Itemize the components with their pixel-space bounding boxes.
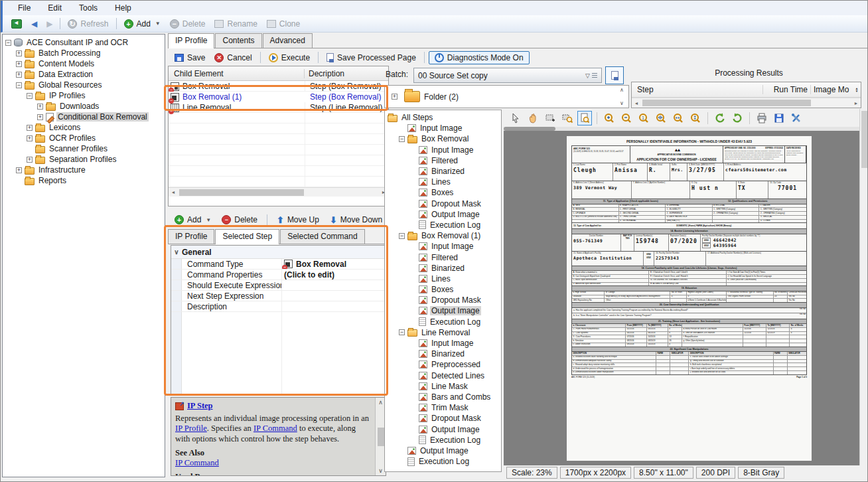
tree-item-output-image[interactable]: Output Image [385,424,501,434]
scroll-up-icon[interactable]: ∧ [620,87,624,93]
tree-item-execution-log[interactable]: Execution Log [385,456,501,467]
zoom-fit-height-icon[interactable]: ↕ [688,111,703,125]
ip-profile-link[interactable]: IP Profile [175,424,207,433]
execute-button[interactable]: Execute [265,52,314,64]
pointer-icon[interactable] [508,111,523,125]
scrollbar-thumb[interactable] [642,100,811,106]
tree-item-binarized[interactable]: Binarized [385,349,501,359]
add-step-button[interactable]: +Add▼ [171,214,215,226]
tree-item-bars-and-combs[interactable]: Bars and Combs [385,392,501,402]
expand-icon[interactable]: + [27,135,33,141]
tree-item-box-removal[interactable]: −Box Removal [385,133,501,144]
tree-item-separation-profiles[interactable]: +Separation Profiles [3,154,165,165]
tree-item-execution-log[interactable]: Execution Log [385,435,501,445]
print-icon[interactable] [755,111,769,125]
column-header-image-mode[interactable]: Image Mo [810,85,853,94]
zoom-fit-width-icon[interactable]: ↔ [671,111,686,125]
collapse-icon[interactable]: − [5,40,11,46]
collapse-icon[interactable]: − [399,233,405,239]
tab-selected-step[interactable]: Selected Step [215,229,279,244]
tree-item-input-image[interactable]: Input Image [385,123,501,133]
tree-item-downloads[interactable]: +Downloads [3,101,165,112]
expand-icon[interactable]: + [16,72,22,78]
select-region-icon[interactable] [543,111,557,125]
batch-combobox[interactable]: 00 Source Set copy ▽ [413,68,602,83]
scroll-right-icon[interactable]: ► [851,101,861,106]
tree-item-lines[interactable]: Lines [385,274,501,284]
navigate-button[interactable] [7,18,27,30]
tree-item-preprocessed[interactable]: Preprocessed [385,359,501,370]
expand-icon[interactable]: + [16,167,22,173]
rotate-left-icon[interactable] [713,111,727,125]
property-row-command-type[interactable]: Command Type Box Removal [171,259,386,270]
tree-item-output-image[interactable]: Output Image [385,305,501,316]
tree-item-scanner-profiles[interactable]: Scanner Profiles [3,143,165,154]
property-row-next-step[interactable]: Next Step Expression [171,291,386,301]
tree-item-dropout-mask[interactable]: Dropout Mask [385,413,501,424]
tree-item-conditional-box-removal[interactable]: +Conditional Box Removal [3,112,165,122]
property-category-general[interactable]: ∨ General [171,246,386,259]
zoom-in-icon[interactable] [602,111,616,125]
image-viewer-canvas[interactable]: PERSONALLY IDENTIFIABLE INFORMATION - WI… [504,131,859,465]
collapse-icon[interactable]: − [399,329,405,335]
tree-item-dropout-mask[interactable]: Dropout Mask [385,295,501,305]
folder-tree-item[interactable]: + Folder (2) [385,86,628,108]
tree-item-data-extraction[interactable]: +Data Extraction [3,69,165,80]
menu-edit[interactable]: Edit [39,1,70,15]
zoom-actual-icon[interactable]: 1 [636,111,651,125]
tree-item-filtered[interactable]: Filtered [385,252,501,262]
scroll-left-icon[interactable]: ◄ [632,101,641,106]
show-page-button[interactable] [605,66,624,84]
move-down-button[interactable]: ⬇Move Down [326,214,386,226]
pan-hand-icon[interactable] [526,111,540,125]
column-header-run-time[interactable]: Run Time [762,85,810,94]
collapse-icon[interactable]: − [399,136,405,142]
menu-help[interactable]: Help [106,1,140,15]
folder-vscrollbar[interactable]: ∧ ∨ [617,87,626,106]
rename-button[interactable]: Rename [210,18,261,30]
tree-item-ip-profiles[interactable]: −IP Profiles [3,90,165,101]
refresh-button[interactable]: ↻Refresh [63,18,113,30]
tree-item-execution-log[interactable]: Execution Log [385,317,501,327]
tab-ip-profile-2[interactable]: IP Profile [168,229,214,244]
scrollbar-track[interactable] [178,189,379,197]
tree-item-line-mask[interactable]: Line Mask [385,381,501,392]
tree-item-batch-processing[interactable]: +Batch Processing [3,48,165,58]
tree-item-infrastructure[interactable]: +Infrastructure [3,165,165,175]
results-hscrollbar[interactable]: ◄ ► [632,98,861,108]
menu-file[interactable]: File [9,1,39,15]
scroll-left-icon[interactable]: ◄ [169,190,178,195]
expand-icon[interactable]: + [27,157,33,163]
column-spinner[interactable]: ▲▼ [853,87,861,92]
expand-icon[interactable]: + [37,104,43,110]
tree-item-binarized[interactable]: Binarized [385,166,501,177]
tree-item-lexicons[interactable]: +Lexicons [3,122,165,133]
property-row-description[interactable]: Description [171,301,386,312]
forward-button[interactable]: ▶ [42,18,57,30]
tree-item-content-models[interactable]: +Content Models [3,58,165,69]
tree-item-dropout-mask[interactable]: Dropout Mask [385,199,501,209]
expand-icon[interactable]: + [27,125,33,131]
expand-icon[interactable]: + [392,94,398,100]
child-element-row-box-removal-1[interactable]: Box Removal (1)Step (Box Removal) [169,92,388,102]
ip-command-link[interactable]: IP Command [253,424,297,433]
scrollbar-thumb[interactable] [378,428,384,446]
add-button[interactable]: +Add▼ [119,18,165,30]
collapse-icon[interactable]: − [27,93,33,99]
tree-item-lines[interactable]: Lines [385,177,501,187]
hierarchy-icon[interactable] [592,73,597,79]
see-also-ip-command-link[interactable]: IP Command [175,458,219,467]
image-tools-icon[interactable] [789,111,804,125]
tree-item-all-steps[interactable]: All Steps [385,112,501,123]
page-magnifier-icon[interactable] [577,111,592,125]
save-button[interactable]: Save [171,52,209,64]
chevron-down-icon[interactable]: ∨ [171,248,182,256]
rotate-right-icon[interactable] [730,111,745,125]
property-row-command-properties[interactable]: Command Properties (Click to edit) [171,270,386,280]
column-header-child-element[interactable]: Child Element [169,69,305,78]
clone-button[interactable]: Clone [262,18,305,30]
ip-step-link[interactable]: IP Step [187,401,213,412]
tree-item-ocr-profiles[interactable]: +OCR Profiles [3,133,165,143]
expand-icon[interactable]: + [16,50,22,56]
tree-item-ace-consultant-ip-and-ocr[interactable]: −ACE Consultant IP and OCR [3,37,165,48]
